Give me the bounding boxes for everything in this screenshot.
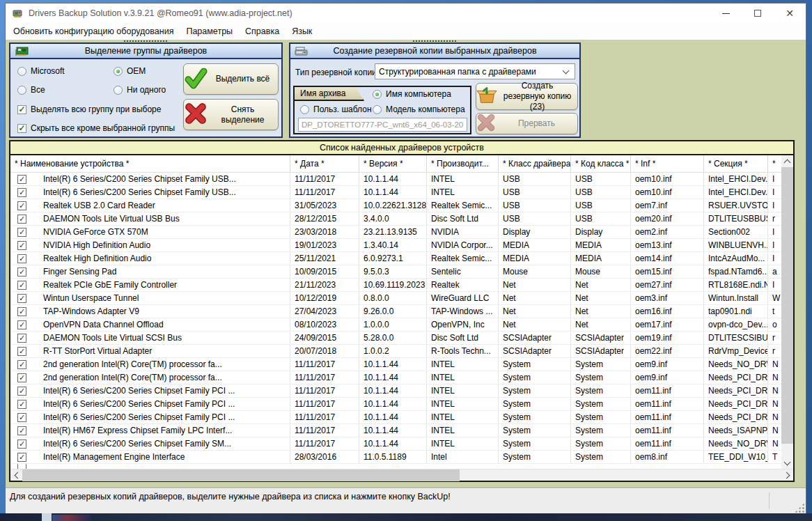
select-all-button[interactable]: Выделить всё <box>183 63 279 95</box>
deselect-button[interactable]: Снять выделение <box>183 99 279 130</box>
table-row[interactable]: ✓Realtek PCIe GbE Family Controller21/11… <box>10 279 781 292</box>
table-row[interactable]: ✓Intel(R) 6 Series/C200 Series Chipset F… <box>10 398 781 411</box>
row-checkbox[interactable]: ✓ <box>10 265 33 278</box>
radio-computer-name[interactable]: Имя компьютера <box>373 89 451 99</box>
row-checkbox[interactable]: ✓ <box>10 371 33 384</box>
table-row[interactable]: ✓Finger Sensing Pad10/09/20159.5.0.3Sent… <box>10 265 781 279</box>
minimize-button[interactable] <box>710 3 742 23</box>
backup-box-icon <box>476 85 497 108</box>
row-checkbox[interactable]: ✓ <box>10 451 33 463</box>
horizontal-scrollbar[interactable] <box>10 469 793 481</box>
table-row[interactable]: ✓TAP-Windows Adapter V927/04/20239.26.0.… <box>10 305 781 318</box>
column-header-overflow[interactable]: * <box>768 155 781 172</box>
maximize-button[interactable] <box>742 3 774 23</box>
backup-type-select[interactable]: Структурированная папка с драйверами <box>375 63 575 79</box>
cell-manufacturer: INTEL <box>427 398 499 410</box>
table-row[interactable]: ✓NVIDIA GeForce GTX 570M23/03/201823.21.… <box>10 226 781 239</box>
row-checkbox[interactable]: ✓ <box>10 411 33 423</box>
cell-driver_class: USB <box>499 199 571 212</box>
vertical-scrollbar[interactable] <box>781 155 793 469</box>
create-backup-button[interactable]: Создать резервную копию (23) <box>476 83 578 110</box>
horizontal-scrollbar-thumb[interactable] <box>22 469 460 481</box>
resize-grip[interactable] <box>795 503 804 513</box>
table-row[interactable]: ✓2nd generation Intel(R) Core(TM) proces… <box>10 358 781 371</box>
selection-panel-header: Выделение группы драйверов <box>10 44 281 59</box>
row-checkbox[interactable]: ✓ <box>10 226 33 238</box>
table-row[interactable]: ✓Intel(R) 6 Series/C200 Series Chipset F… <box>10 411 781 424</box>
table-row[interactable]: ✓Intel(R) 6 Series/C200 Series Chipset F… <box>10 173 781 186</box>
row-checkbox[interactable]: ✓ <box>10 345 33 357</box>
cell-manufacturer: OpenVPN, Inc <box>427 318 499 331</box>
row-checkbox[interactable]: ✓ <box>10 358 33 371</box>
row-checkbox[interactable]: ✓ <box>10 239 33 251</box>
column-header-version[interactable]: * Версия * <box>359 155 427 172</box>
checkbox-select-whole-group[interactable]: ✓ Выделять всю группу при выборе <box>17 104 161 114</box>
row-checkbox[interactable]: ✓ <box>10 437 33 450</box>
archive-name-tab[interactable]: Имя архива <box>293 86 364 101</box>
column-header-manufacturer[interactable]: * Производит... <box>427 155 499 172</box>
column-header-driver-class[interactable]: * Класс драйвера * <box>499 155 571 172</box>
radio-oem[interactable]: OEM <box>114 66 146 76</box>
row-checkbox[interactable]: ✓ <box>10 199 33 212</box>
cell-manufacturer: WireGuard LLC <box>427 292 499 304</box>
radio-user-template[interactable]: Польз. шаблон <box>300 104 372 114</box>
cell-version: 9.5.0.3 <box>359 265 427 278</box>
row-checkbox[interactable]: ✓ <box>10 252 33 265</box>
table-row[interactable]: ✓OpenVPN Data Channel Offload08/10/20231… <box>10 318 781 332</box>
scroll-left-arrow-icon[interactable] <box>10 469 22 481</box>
menu-parameters[interactable]: Параметры <box>180 24 239 38</box>
table-row[interactable]: ✓Intel(R) 6 Series/C200 Series Chipset F… <box>10 384 781 398</box>
table-row[interactable]: ✓Intel(R) 6 Series/C200 Series Chipset F… <box>10 186 781 199</box>
row-checkbox[interactable]: ✓ <box>10 279 33 291</box>
abort-button[interactable]: Прервать <box>476 113 578 134</box>
menu-language[interactable]: Язык <box>286 24 318 38</box>
menu-help[interactable]: Справка <box>239 24 286 38</box>
table-row[interactable]: ✓Intel(R) HM67 Express Chipset Family LP… <box>10 424 781 437</box>
radio-microsoft[interactable]: Microsoft <box>17 66 65 76</box>
radio-none[interactable]: Ни одного <box>114 85 166 95</box>
radio-computer-model[interactable]: Модель компьютера <box>373 104 465 114</box>
table-row[interactable]: ✓Wintun Userspace Tunnel10/12/20190.8.0.… <box>10 292 781 305</box>
backup-panel: Создание резервной копии выбранных драйв… <box>289 42 581 138</box>
column-header-class-code[interactable]: * Код класса * <box>571 155 631 172</box>
row-checkbox[interactable]: ✓ <box>10 212 33 225</box>
checkbox-hide-others[interactable]: ✓ Скрыть все кроме выбранной группы <box>17 123 175 133</box>
panel-grip-left <box>124 40 167 42</box>
row-checkbox[interactable]: ✓ <box>10 318 33 331</box>
row-checkbox[interactable]: ✓ <box>10 292 33 304</box>
table-row[interactable]: ✓Realtek High Definition Audio25/11/2021… <box>10 252 781 265</box>
table-row[interactable]: ✓Intel(R) 6 Series/C200 Series Chipset F… <box>10 437 781 451</box>
table-row[interactable]: ✓DAEMON Tools Lite Virtual SCSI Bus24/09… <box>10 332 781 345</box>
radio-none-label: Ни одного <box>127 85 166 95</box>
radio-all[interactable]: Все <box>17 85 45 95</box>
menu-refresh-hardware-config[interactable]: Обновить конфигурацию оборудования <box>7 24 180 38</box>
row-checkbox[interactable]: ✓ <box>10 186 33 199</box>
column-header-inf[interactable]: * Inf * <box>631 155 704 172</box>
row-checkbox[interactable]: ✓ <box>10 173 33 185</box>
column-header-device-name[interactable]: * Наименование устройства * <box>10 155 290 172</box>
row-checkbox[interactable]: ✓ <box>10 384 33 397</box>
row-checkbox[interactable] <box>10 464 33 469</box>
scroll-right-arrow-icon[interactable] <box>781 469 793 481</box>
table-row-partial[interactable] <box>10 464 781 469</box>
table-row[interactable]: ✓R-TT StorPort Virtual Adapter20/07/2018… <box>10 345 781 358</box>
table-row[interactable]: ✓Realtek USB 2.0 Card Reader31/05/202310… <box>10 199 781 212</box>
row-checkbox[interactable]: ✓ <box>10 305 33 318</box>
column-header-section[interactable]: * Секция * <box>704 155 768 172</box>
table-row[interactable]: ✓DAEMON Tools Lite Virtual USB Bus28/12/… <box>10 212 781 226</box>
vertical-scrollbar-thumb[interactable] <box>781 167 793 444</box>
close-button[interactable]: ✕ <box>774 3 806 23</box>
row-checkbox[interactable]: ✓ <box>10 332 33 344</box>
cell-manufacturer: INTEL <box>427 371 499 384</box>
cell-section: fspad.NTamd6... <box>704 265 768 278</box>
archive-name-input[interactable] <box>298 118 467 132</box>
column-header-date[interactable]: * Дата * <box>290 155 359 172</box>
table-row[interactable]: ✓2nd generation Intel(R) Core(TM) proces… <box>10 371 781 384</box>
table-row[interactable]: ✓NVIDIA High Definition Audio19/01/20231… <box>10 239 781 252</box>
scroll-down-arrow-icon[interactable] <box>781 457 793 469</box>
scroll-up-arrow-icon[interactable] <box>781 155 793 167</box>
cell-date: 11/11/2017 <box>290 358 359 371</box>
row-checkbox[interactable]: ✓ <box>10 398 33 410</box>
table-row[interactable]: ✓Intel(R) Management Engine Interface28/… <box>10 451 781 464</box>
row-checkbox[interactable]: ✓ <box>10 424 33 437</box>
